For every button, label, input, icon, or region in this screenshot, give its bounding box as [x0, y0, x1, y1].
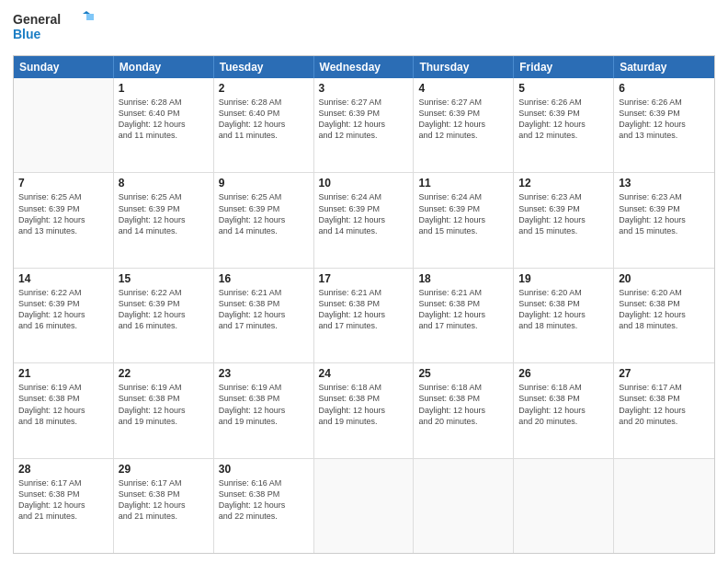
- calendar-cell: 16Sunrise: 6:21 AM Sunset: 6:38 PM Dayli…: [214, 269, 314, 362]
- day-number: 24: [319, 367, 409, 380]
- calendar-cell: 24Sunrise: 6:18 AM Sunset: 6:38 PM Dayli…: [314, 363, 415, 457]
- day-number: 17: [319, 272, 409, 285]
- day-info: Sunrise: 6:18 AM Sunset: 6:38 PM Dayligh…: [319, 382, 409, 427]
- day-number: 30: [219, 463, 309, 476]
- day-number: 28: [18, 463, 108, 476]
- day-info: Sunrise: 6:28 AM Sunset: 6:40 PM Dayligh…: [219, 97, 309, 142]
- calendar-cell: 17Sunrise: 6:21 AM Sunset: 6:38 PM Dayli…: [314, 269, 415, 362]
- calendar-cell: 2Sunrise: 6:28 AM Sunset: 6:40 PM Daylig…: [214, 78, 314, 172]
- day-info: Sunrise: 6:20 AM Sunset: 6:38 PM Dayligh…: [518, 287, 609, 332]
- calendar-row-2: 14Sunrise: 6:22 AM Sunset: 6:39 PM Dayli…: [14, 268, 714, 362]
- calendar-cell: [314, 459, 415, 553]
- day-info: Sunrise: 6:17 AM Sunset: 6:38 PM Dayligh…: [619, 382, 710, 427]
- page: General Blue SundayMondayTuesdayWednesda…: [0, 0, 728, 563]
- day-number: 11: [418, 177, 508, 190]
- day-number: 10: [319, 177, 409, 190]
- calendar-cell: 9Sunrise: 6:25 AM Sunset: 6:39 PM Daylig…: [214, 173, 314, 267]
- calendar-cell: [514, 459, 614, 553]
- header-cell-friday: Friday: [514, 56, 614, 78]
- day-number: 23: [219, 367, 309, 380]
- calendar-row-3: 21Sunrise: 6:19 AM Sunset: 6:38 PM Dayli…: [14, 362, 714, 457]
- calendar-cell: 5Sunrise: 6:26 AM Sunset: 6:39 PM Daylig…: [514, 78, 614, 172]
- calendar-cell: 26Sunrise: 6:18 AM Sunset: 6:38 PM Dayli…: [514, 363, 614, 457]
- day-info: Sunrise: 6:23 AM Sunset: 6:39 PM Dayligh…: [619, 191, 710, 236]
- day-info: Sunrise: 6:17 AM Sunset: 6:38 PM Dayligh…: [119, 477, 209, 523]
- day-info: Sunrise: 6:19 AM Sunset: 6:38 PM Dayligh…: [219, 382, 309, 427]
- day-number: 2: [219, 82, 309, 95]
- day-info: Sunrise: 6:24 AM Sunset: 6:39 PM Dayligh…: [319, 191, 409, 236]
- svg-text:General: General: [13, 12, 61, 27]
- day-info: Sunrise: 6:22 AM Sunset: 6:39 PM Dayligh…: [119, 287, 209, 332]
- day-number: 12: [518, 177, 609, 190]
- calendar: SundayMondayTuesdayWednesdayThursdayFrid…: [13, 55, 715, 554]
- day-number: 14: [18, 272, 108, 285]
- calendar-cell: 25Sunrise: 6:18 AM Sunset: 6:38 PM Dayli…: [414, 363, 514, 457]
- calendar-cell: 22Sunrise: 6:19 AM Sunset: 6:38 PM Dayli…: [114, 363, 214, 457]
- calendar-cell: 6Sunrise: 6:26 AM Sunset: 6:39 PM Daylig…: [614, 78, 714, 172]
- day-number: 1: [119, 82, 209, 95]
- day-number: 21: [18, 367, 108, 380]
- calendar-cell: 7Sunrise: 6:25 AM Sunset: 6:39 PM Daylig…: [14, 173, 114, 267]
- header-cell-sunday: Sunday: [14, 56, 114, 78]
- calendar-cell: [614, 459, 714, 553]
- calendar-header: SundayMondayTuesdayWednesdayThursdayFrid…: [14, 56, 714, 78]
- day-number: 5: [518, 82, 609, 95]
- day-number: 3: [319, 82, 409, 95]
- calendar-cell: [414, 459, 514, 553]
- calendar-cell: 29Sunrise: 6:17 AM Sunset: 6:38 PM Dayli…: [114, 459, 214, 553]
- calendar-row-0: 1Sunrise: 6:28 AM Sunset: 6:40 PM Daylig…: [14, 78, 714, 172]
- day-info: Sunrise: 6:23 AM Sunset: 6:39 PM Dayligh…: [518, 191, 609, 236]
- header-cell-thursday: Thursday: [414, 56, 514, 78]
- day-info: Sunrise: 6:19 AM Sunset: 6:38 PM Dayligh…: [18, 382, 108, 427]
- calendar-cell: 19Sunrise: 6:20 AM Sunset: 6:38 PM Dayli…: [514, 269, 614, 362]
- calendar-cell: 14Sunrise: 6:22 AM Sunset: 6:39 PM Dayli…: [14, 269, 114, 362]
- svg-marker-4: [86, 14, 94, 20]
- day-number: 15: [119, 272, 209, 285]
- day-number: 18: [418, 272, 508, 285]
- day-info: Sunrise: 6:18 AM Sunset: 6:38 PM Dayligh…: [518, 382, 609, 427]
- calendar-cell: 1Sunrise: 6:28 AM Sunset: 6:40 PM Daylig…: [114, 78, 214, 172]
- calendar-cell: 12Sunrise: 6:23 AM Sunset: 6:39 PM Dayli…: [514, 173, 614, 267]
- calendar-cell: 27Sunrise: 6:17 AM Sunset: 6:38 PM Dayli…: [614, 363, 714, 457]
- day-info: Sunrise: 6:26 AM Sunset: 6:39 PM Dayligh…: [619, 97, 710, 142]
- day-number: 26: [518, 367, 609, 380]
- calendar-body: 1Sunrise: 6:28 AM Sunset: 6:40 PM Daylig…: [14, 78, 714, 553]
- day-info: Sunrise: 6:16 AM Sunset: 6:38 PM Dayligh…: [219, 477, 309, 523]
- calendar-cell: 11Sunrise: 6:24 AM Sunset: 6:39 PM Dayli…: [414, 173, 514, 267]
- day-info: Sunrise: 6:17 AM Sunset: 6:38 PM Dayligh…: [18, 477, 108, 523]
- day-info: Sunrise: 6:27 AM Sunset: 6:39 PM Dayligh…: [319, 97, 409, 142]
- day-number: 27: [619, 367, 710, 380]
- calendar-cell: 20Sunrise: 6:20 AM Sunset: 6:38 PM Dayli…: [614, 269, 714, 362]
- header-cell-saturday: Saturday: [614, 56, 714, 78]
- day-info: Sunrise: 6:25 AM Sunset: 6:39 PM Dayligh…: [119, 191, 209, 236]
- day-info: Sunrise: 6:21 AM Sunset: 6:38 PM Dayligh…: [418, 287, 508, 332]
- day-info: Sunrise: 6:26 AM Sunset: 6:39 PM Dayligh…: [518, 97, 609, 142]
- day-info: Sunrise: 6:18 AM Sunset: 6:38 PM Dayligh…: [418, 382, 508, 427]
- header-cell-wednesday: Wednesday: [314, 56, 415, 78]
- logo-svg: General Blue: [13, 9, 96, 48]
- day-info: Sunrise: 6:21 AM Sunset: 6:38 PM Dayligh…: [319, 287, 409, 332]
- calendar-cell: 28Sunrise: 6:17 AM Sunset: 6:38 PM Dayli…: [14, 459, 114, 553]
- calendar-cell: 30Sunrise: 6:16 AM Sunset: 6:38 PM Dayli…: [214, 459, 314, 553]
- day-info: Sunrise: 6:27 AM Sunset: 6:39 PM Dayligh…: [418, 97, 508, 142]
- day-info: Sunrise: 6:19 AM Sunset: 6:38 PM Dayligh…: [119, 382, 209, 427]
- day-number: 4: [418, 82, 508, 95]
- calendar-cell: 15Sunrise: 6:22 AM Sunset: 6:39 PM Dayli…: [114, 269, 214, 362]
- calendar-row-4: 28Sunrise: 6:17 AM Sunset: 6:38 PM Dayli…: [14, 458, 714, 553]
- day-number: 9: [219, 177, 309, 190]
- calendar-cell: 4Sunrise: 6:27 AM Sunset: 6:39 PM Daylig…: [414, 78, 514, 172]
- day-info: Sunrise: 6:28 AM Sunset: 6:40 PM Dayligh…: [119, 97, 209, 142]
- day-info: Sunrise: 6:22 AM Sunset: 6:39 PM Dayligh…: [18, 287, 108, 332]
- day-number: 6: [619, 82, 710, 95]
- day-info: Sunrise: 6:25 AM Sunset: 6:39 PM Dayligh…: [18, 191, 108, 236]
- header-cell-monday: Monday: [114, 56, 214, 78]
- day-number: 16: [219, 272, 309, 285]
- day-info: Sunrise: 6:24 AM Sunset: 6:39 PM Dayligh…: [418, 191, 508, 236]
- day-number: 25: [418, 367, 508, 380]
- day-number: 20: [619, 272, 710, 285]
- calendar-cell: [14, 78, 114, 172]
- day-info: Sunrise: 6:25 AM Sunset: 6:39 PM Dayligh…: [219, 191, 309, 236]
- calendar-cell: 8Sunrise: 6:25 AM Sunset: 6:39 PM Daylig…: [114, 173, 214, 267]
- day-number: 29: [119, 463, 209, 476]
- day-info: Sunrise: 6:20 AM Sunset: 6:38 PM Dayligh…: [619, 287, 710, 332]
